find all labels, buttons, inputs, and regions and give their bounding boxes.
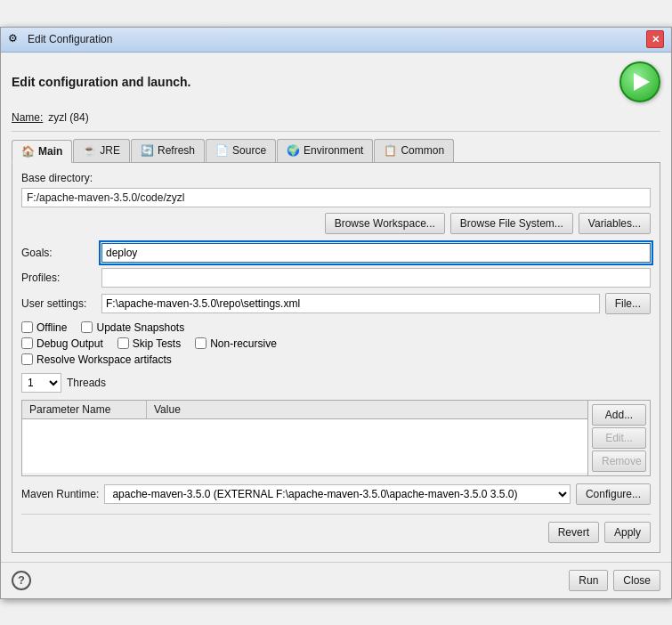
- tab-source-label: Source: [232, 144, 266, 157]
- skip-tests-label: Skip Tests: [133, 337, 181, 350]
- run-icon-button[interactable]: [619, 61, 660, 102]
- debug-output-checkbox[interactable]: [21, 337, 33, 349]
- skip-tests-checkbox-item: Skip Tests: [117, 337, 181, 350]
- tab-refresh-label: Refresh: [158, 144, 195, 157]
- param-name-header: Parameter Name: [22, 401, 147, 418]
- debug-output-label: Debug Output: [36, 337, 103, 350]
- user-settings-input-group: File...: [101, 293, 651, 314]
- checkbox-row-1: Offline Update Snapshots: [21, 321, 651, 334]
- common-tab-icon: 📋: [384, 144, 397, 157]
- tab-main-label: Main: [38, 145, 62, 158]
- jre-tab-icon: ☕: [83, 144, 96, 157]
- title-bar: ⚙ Edit Configuration ✕: [1, 28, 671, 53]
- tab-common[interactable]: 📋 Common: [374, 139, 454, 162]
- footer-actions: Run Close: [569, 570, 660, 591]
- goals-input[interactable]: [101, 243, 651, 263]
- footer-row: ? Run Close: [1, 562, 671, 598]
- resolve-workspace-checkbox[interactable]: [21, 353, 33, 365]
- title-bar-left: ⚙ Edit Configuration: [8, 32, 112, 46]
- base-directory-input[interactable]: [21, 188, 651, 207]
- close-button[interactable]: ✕: [646, 30, 664, 48]
- debug-output-checkbox-item: Debug Output: [21, 337, 103, 350]
- main-content: Base directory: Browse Workspace... Brow…: [12, 163, 660, 553]
- tab-refresh[interactable]: 🔄 Refresh: [131, 139, 205, 162]
- browse-filesystem-button[interactable]: Browse File System...: [450, 213, 573, 234]
- header-row: Edit configuration and launch.: [12, 61, 660, 102]
- maven-runtime-row: Maven Runtime: apache-maven-3.5.0 (EXTER…: [21, 483, 651, 505]
- tab-jre[interactable]: ☕ JRE: [73, 139, 130, 162]
- header-title: Edit configuration and launch.: [12, 75, 190, 89]
- tabs-bar: 🏠 Main ☕ JRE 🔄 Refresh 📄 Source 🌍 Enviro…: [12, 139, 660, 163]
- window-icon: ⚙: [8, 32, 22, 46]
- threads-label: Threads: [67, 377, 106, 389]
- window-title: Edit Configuration: [28, 33, 112, 45]
- tab-main[interactable]: 🏠 Main: [12, 140, 72, 163]
- play-icon: [634, 73, 650, 91]
- refresh-tab-icon: 🔄: [141, 144, 154, 157]
- browse-workspace-button[interactable]: Browse Workspace...: [325, 213, 445, 234]
- non-recursive-label: Non-recursive: [210, 337, 277, 350]
- add-button[interactable]: Add...: [592, 404, 646, 426]
- table-header: Parameter Name Value: [22, 401, 587, 419]
- threads-row: 1 2 4 8 Threads: [21, 373, 651, 393]
- offline-checkbox-item: Offline: [21, 321, 67, 334]
- goals-row: Goals:: [21, 243, 651, 263]
- main-tab-icon: 🏠: [21, 145, 35, 158]
- edit-button[interactable]: Edit...: [592, 427, 646, 449]
- parameter-table-container: Parameter Name Value Add... Edit... Remo…: [21, 400, 651, 476]
- update-snapshots-checkbox-item: Update Snapshots: [81, 321, 184, 334]
- tab-environment-label: Environment: [304, 144, 363, 157]
- parameter-table: Parameter Name Value: [22, 401, 587, 475]
- table-actions: Add... Edit... Remove: [587, 401, 650, 475]
- skip-tests-checkbox[interactable]: [117, 337, 129, 349]
- close-button[interactable]: Close: [613, 570, 660, 591]
- apply-button[interactable]: Apply: [604, 522, 651, 543]
- window-body: Edit configuration and launch. Name: zyz…: [1, 53, 671, 562]
- run-button[interactable]: Run: [569, 570, 608, 591]
- tab-common-label: Common: [401, 144, 444, 157]
- user-settings-label: User settings:: [21, 297, 101, 310]
- update-snapshots-label: Update Snapshots: [96, 321, 184, 334]
- remove-button[interactable]: Remove: [592, 450, 646, 472]
- goals-label: Goals:: [21, 247, 101, 259]
- non-recursive-checkbox[interactable]: [195, 337, 206, 349]
- checkbox-row-3: Resolve Workspace artifacts: [21, 353, 651, 366]
- base-directory-label: Base directory:: [21, 172, 651, 184]
- tab-environment[interactable]: 🌍 Environment: [277, 139, 373, 162]
- name-label: Name:: [12, 111, 43, 124]
- file-button[interactable]: File...: [605, 293, 651, 314]
- offline-checkbox[interactable]: [21, 321, 33, 333]
- tab-jre-label: JRE: [100, 144, 120, 157]
- environment-tab-icon: 🌍: [287, 144, 300, 157]
- offline-label: Offline: [36, 321, 67, 334]
- tab-source[interactable]: 📄 Source: [206, 139, 276, 162]
- browse-buttons-row: Browse Workspace... Browse File System..…: [21, 213, 651, 234]
- checkbox-row-2: Debug Output Skip Tests Non-recursive: [21, 337, 651, 350]
- maven-runtime-select[interactable]: apache-maven-3.5.0 (EXTERNAL F:\apache-m…: [104, 484, 571, 504]
- table-body[interactable]: [22, 419, 587, 473]
- profiles-row: Profiles:: [21, 268, 651, 288]
- threads-select[interactable]: 1 2 4 8: [21, 373, 61, 393]
- maven-runtime-label: Maven Runtime:: [21, 488, 99, 500]
- user-settings-input[interactable]: [101, 294, 600, 313]
- edit-configuration-window: ⚙ Edit Configuration ✕ Edit configuratio…: [0, 27, 672, 599]
- revert-button[interactable]: Revert: [548, 522, 599, 543]
- name-row: Name: zyzl (84): [12, 111, 660, 132]
- bottom-buttons: Revert Apply: [21, 514, 651, 543]
- update-snapshots-checkbox[interactable]: [81, 321, 93, 333]
- profiles-input[interactable]: [101, 268, 651, 288]
- resolve-workspace-checkbox-item: Resolve Workspace artifacts: [21, 353, 172, 366]
- checkboxes-section: Offline Update Snapshots Debug Output Sk…: [21, 321, 651, 366]
- source-tab-icon: 📄: [215, 144, 229, 157]
- variables-button[interactable]: Variables...: [579, 213, 651, 234]
- user-settings-row: User settings: File...: [21, 293, 651, 314]
- profiles-label: Profiles:: [21, 272, 101, 284]
- resolve-workspace-label: Resolve Workspace artifacts: [36, 353, 172, 366]
- non-recursive-checkbox-item: Non-recursive: [195, 337, 277, 350]
- help-button[interactable]: ?: [12, 571, 31, 590]
- configure-button[interactable]: Configure...: [576, 483, 651, 505]
- param-value-header: Value: [147, 401, 587, 418]
- name-value: zyzl (84): [48, 111, 88, 124]
